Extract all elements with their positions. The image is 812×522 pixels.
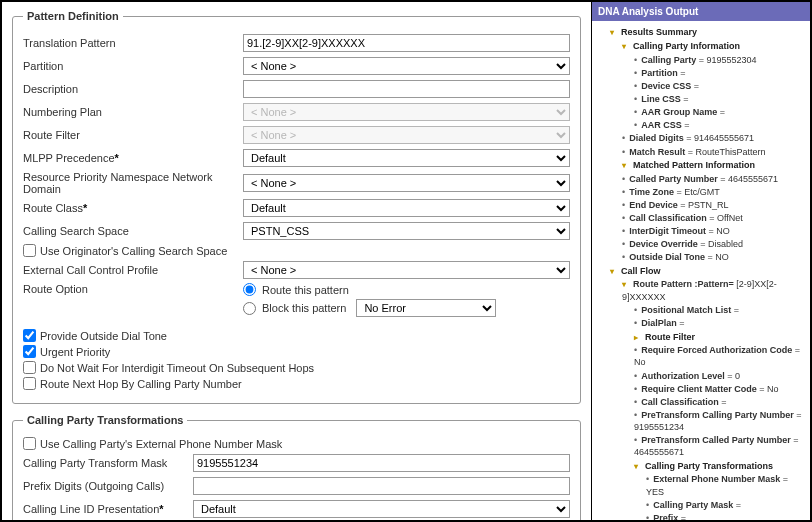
route-class-label: Route Class*	[23, 202, 243, 214]
use-external-mask-checkbox[interactable]	[23, 437, 36, 450]
route-pattern-kv: Route Pattern :Pattern= [2-9]XX[2-9]XXXX…	[622, 279, 777, 302]
call-classification2-kv: Call Classification =	[634, 396, 804, 408]
call-flow-node[interactable]: Call Flow	[621, 266, 661, 276]
description-label: Description	[23, 83, 243, 95]
partition-label: Partition	[23, 60, 243, 72]
left-panel: Pattern Definition Translation Pattern P…	[2, 2, 592, 520]
transform-mask-input[interactable]	[193, 454, 570, 472]
calling-line-id-presentation-label: Calling Line ID Presentation*	[23, 503, 193, 515]
results-summary-node[interactable]: Results Summary	[621, 27, 697, 37]
calling-search-space-select[interactable]: PSTN_CSS	[243, 222, 570, 240]
match-result-kv: Match Result = RouteThisPattern	[622, 146, 804, 158]
chevron-down-icon[interactable]	[610, 265, 619, 278]
urgent-priority-checkbox[interactable]	[23, 345, 36, 358]
resource-priority-label: Resource Priority Namespace Network Doma…	[23, 171, 243, 195]
provide-outside-dial-tone-label: Provide Outside Dial Tone	[40, 330, 167, 342]
require-client-matter-kv: Require Client Matter Code = No	[634, 383, 804, 395]
external-call-control-select[interactable]: < None >	[243, 261, 570, 279]
pretransform-called-kv: PreTransform Called Party Number = 46455…	[634, 434, 804, 458]
analysis-panel: DNA Analysis Output Results Summary Call…	[592, 2, 810, 520]
route-this-pattern-radio[interactable]	[243, 283, 256, 296]
dialplan-kv: DialPlan =	[634, 317, 804, 329]
dialed-digits-kv: Dialed Digits = 914645555671	[622, 132, 804, 144]
interdigit-timeout-kv: InterDigit Timeout = NO	[622, 225, 804, 237]
analysis-tree: Results Summary Calling Party Informatio…	[592, 21, 810, 520]
pretransform-calling-kv: PreTransform Calling Party Number = 9195…	[634, 409, 804, 433]
description-input[interactable]	[243, 80, 570, 98]
chevron-down-icon[interactable]	[634, 460, 643, 473]
device-css-kv: Device CSS =	[634, 80, 804, 92]
numbering-plan-label: Numbering Plan	[23, 106, 243, 118]
positional-match-kv: Positional Match List =	[634, 304, 804, 316]
use-originator-css-checkbox[interactable]	[23, 244, 36, 257]
chevron-down-icon[interactable]	[610, 26, 619, 39]
calling-line-id-presentation-select[interactable]: Default	[193, 500, 570, 518]
route-filter-select[interactable]: < None >	[243, 126, 570, 144]
mlpp-precedence-label: MLPP Precedence*	[23, 152, 243, 164]
route-option-label: Route Option	[23, 283, 243, 295]
route-filter-label: Route Filter	[23, 129, 243, 141]
route-next-hop-label: Route Next Hop By Calling Party Number	[40, 378, 242, 390]
pattern-definition-fieldset: Pattern Definition Translation Pattern P…	[12, 10, 581, 404]
partition-kv: Partition =	[634, 67, 804, 79]
route-filter-node[interactable]: Route Filter	[645, 332, 695, 342]
time-zone-kv: Time Zone = Etc/GMT	[622, 186, 804, 198]
chevron-down-icon[interactable]	[622, 159, 631, 172]
translation-pattern-label: Translation Pattern	[23, 37, 243, 49]
chevron-right-icon[interactable]	[634, 331, 643, 344]
matched-pattern-info-node[interactable]: Matched Pattern Information	[633, 160, 755, 170]
called-party-number-kv: Called Party Number = 4645555671	[622, 173, 804, 185]
line-css-kv: Line CSS =	[634, 93, 804, 105]
urgent-priority-label: Urgent Priority	[40, 346, 110, 358]
external-phone-mask-kv: External Phone Number Mask = YES	[646, 473, 804, 497]
block-this-pattern-radio[interactable]	[243, 302, 256, 315]
chevron-down-icon[interactable]	[622, 40, 631, 53]
calling-party-transformations-fieldset: Calling Party Transformations Use Callin…	[12, 414, 581, 520]
calling-party-trans-node[interactable]: Calling Party Transformations	[645, 461, 773, 471]
chevron-down-icon[interactable]	[622, 278, 631, 291]
device-override-kv: Device Override = Disabled	[622, 238, 804, 250]
calling-search-space-label: Calling Search Space	[23, 225, 243, 237]
aar-css-kv: AAR CSS =	[634, 119, 804, 131]
do-not-wait-interdigit-checkbox[interactable]	[23, 361, 36, 374]
numbering-plan-select[interactable]: < None >	[243, 103, 570, 121]
authorization-level-kv: Authorization Level = 0	[634, 370, 804, 382]
analysis-header: DNA Analysis Output	[592, 2, 810, 21]
mlpp-precedence-select[interactable]: Default	[243, 149, 570, 167]
calling-party-transformations-legend: Calling Party Transformations	[23, 414, 187, 426]
route-class-select[interactable]: Default	[243, 199, 570, 217]
route-next-hop-checkbox[interactable]	[23, 377, 36, 390]
provide-outside-dial-tone-checkbox[interactable]	[23, 329, 36, 342]
use-external-mask-label: Use Calling Party's External Phone Numbe…	[40, 438, 282, 450]
prefix-kv: Prefix =	[646, 512, 804, 520]
outside-dial-tone-kv: Outside Dial Tone = NO	[622, 251, 804, 263]
use-originator-css-label: Use Originator's Calling Search Space	[40, 245, 227, 257]
pattern-definition-legend: Pattern Definition	[23, 10, 123, 22]
route-this-pattern-label: Route this pattern	[262, 284, 349, 296]
external-call-control-label: External Call Control Profile	[23, 264, 243, 276]
do-not-wait-interdigit-label: Do Not Wait For Interdigit Timeout On Su…	[40, 362, 314, 374]
calling-party-kv: Calling Party = 9195552304	[634, 54, 804, 66]
prefix-digits-label: Prefix Digits (Outgoing Calls)	[23, 480, 193, 492]
calling-party-info-node[interactable]: Calling Party Information	[633, 41, 740, 51]
block-reason-select[interactable]: No Error	[356, 299, 496, 317]
require-forced-auth-kv: Require Forced Authorization Code = No	[634, 344, 804, 368]
resource-priority-select[interactable]: < None >	[243, 174, 570, 192]
transform-mask-label: Calling Party Transform Mask	[23, 457, 193, 469]
translation-pattern-input[interactable]	[243, 34, 570, 52]
block-this-pattern-label: Block this pattern	[262, 302, 346, 314]
call-classification-kv: Call Classification = OffNet	[622, 212, 804, 224]
partition-select[interactable]: < None >	[243, 57, 570, 75]
prefix-digits-input[interactable]	[193, 477, 570, 495]
aar-group-kv: AAR Group Name =	[634, 106, 804, 118]
calling-party-mask-kv: Calling Party Mask =	[646, 499, 804, 511]
end-device-kv: End Device = PSTN_RL	[622, 199, 804, 211]
